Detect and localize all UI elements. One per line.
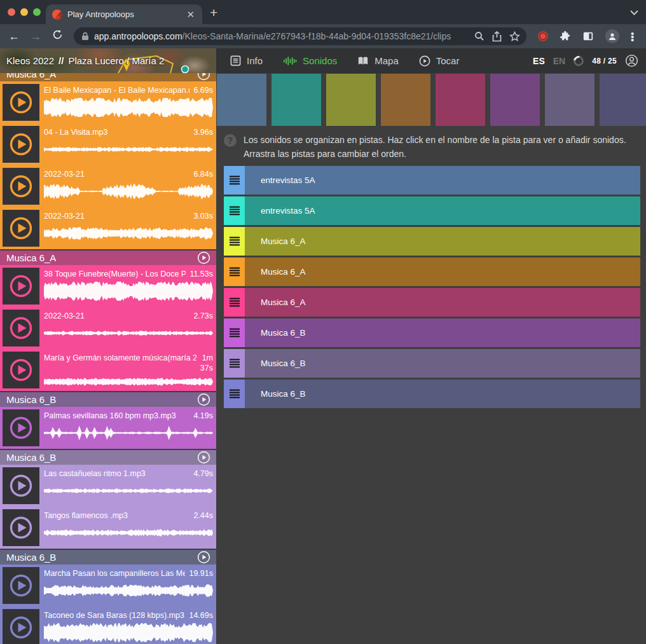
audio-clip[interactable]: Las castañuelas ritmo 1.mp34.79s: [0, 465, 216, 507]
track-row-body[interactable]: Musica 6_B: [245, 380, 640, 408]
forward-button[interactable]: →: [27, 30, 45, 43]
clip-play-button[interactable]: [3, 352, 39, 388]
clip-cell[interactable]: [436, 74, 485, 126]
section-title: Musica 6_B: [6, 394, 56, 405]
audio-clip[interactable]: 04 - La Visita.mp33.96s: [0, 123, 216, 165]
clip-cell[interactable]: [381, 74, 430, 126]
track-drag-handle[interactable]: [224, 257, 245, 286]
track-section-header[interactable]: Musica 6_B: [0, 392, 216, 407]
track-row[interactable]: entrevistas 5A: [224, 166, 640, 195]
clip-play-button[interactable]: [3, 168, 39, 205]
clip-play-button[interactable]: [3, 310, 39, 346]
account-icon[interactable]: [625, 54, 638, 67]
clip-play-button[interactable]: [3, 567, 39, 604]
section-play-button[interactable]: [197, 551, 210, 564]
track-row-body[interactable]: Musica 6_B: [245, 319, 640, 347]
clip-cell[interactable]: [271, 74, 321, 126]
screen-record-indicator[interactable]: [538, 31, 548, 41]
track-drag-handle[interactable]: [224, 319, 245, 347]
nav-tab-sonidos[interactable]: Sonidos: [283, 55, 337, 66]
profile-avatar[interactable]: [605, 29, 619, 43]
section-play-button[interactable]: [197, 451, 210, 464]
new-tab-button[interactable]: +: [210, 5, 217, 20]
side-panel-icon[interactable]: [582, 31, 594, 42]
clip-play-button[interactable]: [3, 84, 39, 121]
audio-clip[interactable]: 38 Toque Funebre(Muerte) - Los Doce Par.…: [0, 265, 216, 307]
track-drag-handle[interactable]: [224, 380, 245, 408]
track-row-body[interactable]: entrevistas 5A: [245, 196, 640, 225]
audio-clip[interactable]: 2022-03-216.84s: [0, 165, 216, 207]
track-drag-handle[interactable]: [224, 196, 245, 225]
section-play-button[interactable]: [197, 393, 210, 406]
track-row[interactable]: Musica 6_A: [224, 257, 640, 286]
share-icon[interactable]: [492, 31, 502, 42]
reload-button[interactable]: [48, 29, 66, 43]
bookmark-star-icon[interactable]: [509, 31, 520, 42]
track-drag-handle[interactable]: [224, 227, 245, 256]
zoom-page-icon[interactable]: [474, 31, 484, 41]
nav-tab-info[interactable]: Info: [230, 55, 263, 66]
track-row-body[interactable]: Musica 6_A: [245, 288, 640, 317]
nav-tab-tocar[interactable]: Tocar: [419, 55, 460, 67]
tab-search-chevron-icon[interactable]: [630, 8, 638, 17]
track-row-body[interactable]: entrevistas 5A: [245, 166, 640, 195]
track-row[interactable]: entrevistas 5A: [224, 196, 640, 225]
audio-clip[interactable]: Tangos flamencos .mp32.44s: [0, 507, 216, 549]
track-drag-handle[interactable]: [224, 349, 245, 378]
clip-cell[interactable]: [600, 74, 646, 126]
language-es-button[interactable]: ES: [533, 56, 545, 66]
audio-clip[interactable]: Palmas sevillanas 160 bpm mp3.mp34.19s: [0, 407, 216, 449]
track-row-body[interactable]: Musica 6_A: [245, 257, 640, 286]
track-section-header[interactable]: Musica 6_B: [0, 450, 216, 465]
clip-play-button[interactable]: [3, 409, 39, 446]
track-row[interactable]: Musica 6_B: [224, 349, 640, 378]
audio-clip[interactable]: 2022-03-212.73s: [0, 307, 216, 349]
clip-play-button[interactable]: [3, 210, 39, 247]
nav-tab-mapa[interactable]: Mapa: [357, 55, 399, 66]
audio-clip[interactable]: Taconeo de Sara Baras (128 kbps).mp314.6…: [0, 606, 216, 644]
clip-play-button[interactable]: [3, 268, 39, 305]
help-message: ? Los sonidos se organizan en pistas. Ha…: [224, 133, 640, 161]
clip-cell[interactable]: [326, 74, 376, 126]
audio-clip[interactable]: El Baile Mexicapan - El Baile Mexicapan.…: [0, 81, 216, 123]
clip-cell[interactable]: [217, 74, 266, 126]
track-row[interactable]: Musica 6_A: [224, 288, 640, 317]
clip-cell[interactable]: [545, 74, 594, 126]
audio-clip[interactable]: María y Germán solamente música(maría 2.…: [0, 349, 216, 391]
back-button[interactable]: ←: [5, 30, 23, 43]
section-play-button[interactable]: [197, 251, 210, 264]
track-row[interactable]: Musica 6_B: [224, 380, 640, 408]
clip-cell[interactable]: [490, 74, 540, 126]
tab-close-icon[interactable]: ✕: [185, 8, 196, 20]
clip-waveform: [44, 580, 213, 601]
breadcrumb-project[interactable]: Kleos 2022: [6, 55, 54, 66]
track-row[interactable]: Musica 6_B: [224, 319, 640, 347]
track-section-header[interactable]: Musica 6_A: [0, 73, 216, 81]
track-drag-handle[interactable]: [224, 166, 245, 195]
clip-play-button[interactable]: [3, 609, 39, 644]
breadcrumb[interactable]: Kleos 2022//Plaza Lucero / María 2: [0, 55, 164, 66]
section-play-button[interactable]: [197, 73, 210, 81]
track-drag-handle[interactable]: [224, 288, 245, 317]
clip-play-button[interactable]: [3, 509, 39, 546]
clip-play-button[interactable]: [3, 467, 39, 504]
zoom-window-button[interactable]: [33, 8, 41, 16]
clip-play-button[interactable]: [3, 126, 39, 163]
track-row[interactable]: Musica 6_A: [224, 227, 640, 256]
lock-icon[interactable]: [81, 32, 89, 41]
close-window-button[interactable]: [8, 8, 15, 16]
track-row-body[interactable]: Musica 6_A: [245, 227, 640, 256]
track-row-body[interactable]: Musica 6_B: [245, 349, 640, 378]
audio-clip[interactable]: Marcha Pasan los campanilleros Las Mejor…: [0, 565, 216, 606]
browser-tab[interactable]: Play Antropoloops ✕: [46, 4, 202, 24]
audio-clip[interactable]: 2022-03-213.03s: [0, 207, 216, 249]
track-section-header[interactable]: Musica 6_B: [0, 550, 216, 565]
minimize-window-button[interactable]: [20, 8, 28, 16]
track-section-header[interactable]: Musica 6_A: [0, 250, 216, 265]
browser-menu-icon[interactable]: •••: [631, 32, 637, 41]
address-bar[interactable]: app.antropoloops.com /Kleos-Santa-Marina…: [74, 27, 526, 45]
clip-grid-row: [217, 74, 646, 126]
extensions-puzzle-icon[interactable]: [560, 31, 571, 42]
window-controls[interactable]: [8, 8, 41, 16]
language-en-button[interactable]: EN: [553, 56, 565, 66]
